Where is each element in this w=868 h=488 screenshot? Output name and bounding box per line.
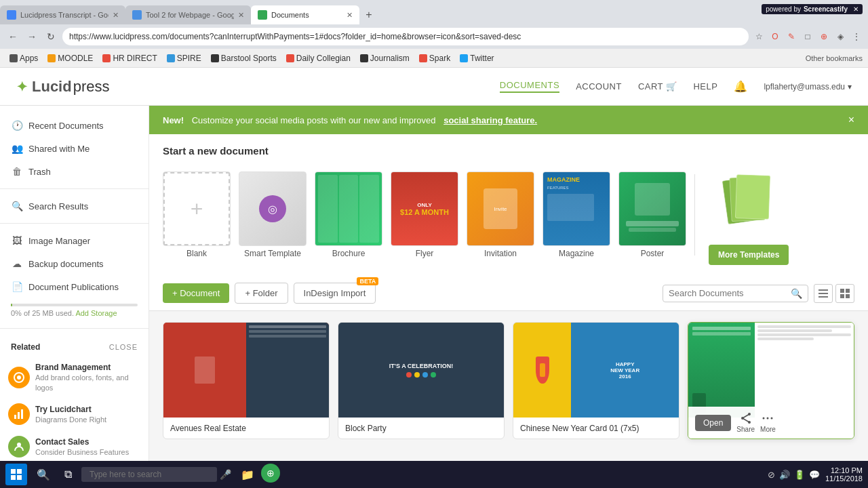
doc-card-chinese-ny[interactable]: HAPPYNEW YEAR2016 Chinese New Year Card … (513, 322, 679, 439)
template-magazine[interactable]: MAGAZINE FEATURES Magazine (542, 171, 610, 258)
template-poster[interactable]: Poster (618, 171, 686, 258)
bookmark-journalism[interactable]: Journalism (356, 52, 414, 64)
tabs-bar: Lucidpress Transcript - Google D... ✕ To… (0, 0, 868, 24)
bookmark-hr[interactable]: HR DIRECT (98, 52, 161, 64)
indesign-import-button[interactable]: InDesign Import (294, 283, 376, 304)
microphone-icon[interactable]: 🎤 (220, 469, 231, 480)
list-view-button[interactable] (814, 284, 833, 303)
add-document-button[interactable]: + Document (163, 283, 229, 303)
extension-icon3[interactable]: ⊕ (818, 30, 830, 43)
cortana-icon[interactable]: 🔍 (33, 464, 54, 485)
extension-icon4[interactable]: ◈ (834, 30, 846, 43)
banner-link[interactable]: social sharing feature. (443, 115, 537, 125)
tab1-close[interactable]: ✕ (113, 11, 119, 20)
add-storage-link[interactable]: Add Storage (75, 309, 117, 317)
forward-button[interactable]: → (24, 29, 39, 44)
smart-thumb: ◎ (239, 171, 307, 246)
svg-rect-6 (818, 289, 828, 291)
tab-1[interactable]: Lucidpress Transcript - Google D... ✕ (0, 5, 125, 24)
nav-help[interactable]: HELP (693, 81, 717, 92)
svg-rect-2 (14, 415, 16, 419)
extension-icon1[interactable]: ✎ (785, 30, 797, 43)
url-input[interactable] (62, 28, 749, 45)
screencastify-close[interactable]: ✕ (853, 5, 859, 13)
real-estate-more-button[interactable]: More (760, 412, 776, 433)
real-estate-overlay: Open Share More (688, 407, 854, 439)
volume-icon[interactable]: 🔊 (779, 470, 790, 480)
poster-label: Poster (641, 249, 665, 258)
bookmark-apps[interactable]: Apps (5, 52, 42, 64)
bookmark-barstool[interactable]: Barstool Sports (207, 52, 281, 64)
tab1-favicon (7, 10, 16, 20)
re-line-a (692, 327, 751, 330)
sidebar-divider-1 (0, 188, 149, 189)
bookmark-moodle[interactable]: MOODLE (43, 52, 97, 64)
taskbar-chrome[interactable]: ⊕ (261, 464, 280, 483)
doc-card-avenues[interactable]: Avenues Real Estate (163, 322, 330, 439)
tab2-close[interactable]: ✕ (238, 11, 244, 20)
sidebar-item-publications[interactable]: 📄 Document Publications (0, 275, 149, 298)
task-view-icon[interactable]: ⧉ (57, 464, 79, 485)
back-button[interactable]: ← (5, 29, 20, 44)
grid-view-button[interactable] (835, 284, 854, 303)
tab-2[interactable]: Tool 2 for Webpage - Google Do... ✕ (125, 5, 251, 24)
nav-account[interactable]: ACCOUNT (576, 81, 622, 92)
refresh-button[interactable]: ↻ (43, 29, 58, 44)
smart-label: Smart Template (244, 249, 301, 258)
template-flyer[interactable]: ONLY $12 A MONTH Flyer (391, 171, 458, 258)
other-bookmarks[interactable]: Other bookmarks (806, 54, 863, 62)
user-menu[interactable]: lpflaherty@umass.edu ▾ (764, 82, 852, 92)
related-item-chart[interactable]: Try Lucidchart Diagrams Done Right (0, 398, 149, 430)
sidebar-item-backup[interactable]: ☁ Backup documents (0, 252, 149, 275)
taskbar-search-input[interactable] (81, 467, 217, 482)
battery-icon[interactable]: 🔋 (794, 470, 805, 480)
block-party-text: IT'S A CELEBRATION! (389, 363, 453, 378)
flyer-inner: ONLY $12 A MONTH (391, 172, 458, 245)
banner-close-button[interactable]: × (848, 114, 854, 126)
sidebar-item-trash[interactable]: 🗑 Trash (0, 160, 149, 183)
taskbar-file-explorer[interactable]: 📁 (237, 464, 258, 485)
search-documents-input[interactable] (669, 288, 791, 298)
related-item-brand[interactable]: Brand Management Add brand colors, fonts… (0, 357, 149, 398)
add-folder-button[interactable]: + Folder (235, 283, 288, 304)
tab-3[interactable]: Documents ✕ (251, 5, 359, 24)
bookmark-star-icon[interactable]: ☆ (753, 30, 765, 43)
real-estate-share-button[interactable]: Share (736, 412, 755, 433)
template-brochure[interactable]: Brochure (315, 171, 382, 258)
more-templates-button[interactable]: More Templates (709, 245, 789, 265)
bookmark-spire[interactable]: SPIRE (163, 52, 205, 64)
search-submit-button[interactable]: 🔍 (791, 288, 802, 299)
nav-documents[interactable]: DOCUMENTS (500, 80, 559, 93)
sidebar-item-search[interactable]: 🔍 Search Results (0, 195, 149, 218)
bookmark-twitter[interactable]: Twitter (456, 52, 498, 64)
opera-icon[interactable]: O (769, 30, 781, 43)
network-icon[interactable]: ⊘ (768, 470, 775, 480)
action-center-icon[interactable]: 💬 (809, 470, 820, 480)
stacked-docs-icon (725, 175, 772, 229)
template-invitation[interactable]: Invite Invitation (467, 171, 534, 258)
doc-card-real-estate[interactable]: Real Estate Banking Open Share More (688, 322, 854, 439)
related-close-button[interactable]: CLOSE (109, 343, 138, 351)
extension-icon2[interactable]: □ (802, 30, 814, 43)
menu-icon[interactable]: ⋮ (850, 30, 863, 43)
bookmark-collegian[interactable]: Daily Collegian (282, 52, 355, 64)
nav-cart[interactable]: CART 🛒 (638, 81, 677, 92)
bm-moodle-icon (47, 54, 56, 62)
notification-bell-icon[interactable]: 🔔 (734, 80, 747, 93)
more-templates-item[interactable]: More Templates (709, 165, 789, 265)
avenues-door (195, 357, 215, 384)
real-estate-open-button[interactable]: Open (695, 415, 731, 431)
sidebar-item-recent[interactable]: 🕐 Recent Documents (0, 114, 149, 137)
doc-card-block-party[interactable]: IT'S A CELEBRATION! Block Pa (338, 322, 505, 439)
template-blank[interactable]: + Blank (163, 171, 231, 258)
tab3-close[interactable]: ✕ (347, 11, 353, 20)
storage-bar (11, 304, 138, 306)
sidebar-item-images[interactable]: 🖼 Image Manager (0, 229, 149, 252)
start-button[interactable] (5, 464, 27, 485)
template-smart[interactable]: ◎ Smart Template (239, 171, 307, 258)
sidebar-item-shared[interactable]: 👥 Shared with Me (0, 137, 149, 160)
related-item-sales[interactable]: Contact Sales Consider Business Features (0, 430, 149, 463)
chinese-inner: HAPPYNEW YEAR2016 (513, 323, 679, 418)
tab-add-button[interactable]: + (359, 5, 378, 24)
bookmark-spark[interactable]: Spark (415, 52, 454, 64)
